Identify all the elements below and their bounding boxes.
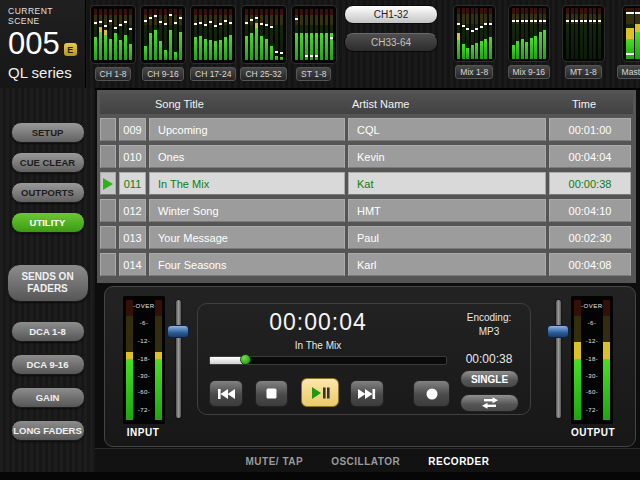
- input-level-meter: -OVER--6--12--18--30--60--72-: [123, 296, 165, 424]
- meter-group-label[interactable]: ST 1-8: [296, 67, 331, 81]
- song-title-cell[interactable]: Upcoming: [149, 118, 345, 141]
- meter-scale-tick: -30-: [133, 373, 155, 379]
- meter-group-label[interactable]: CH 25-32: [240, 67, 286, 81]
- artist-name-cell[interactable]: HMT: [348, 199, 546, 222]
- sidebar-button-setup[interactable]: SETUP: [11, 122, 85, 143]
- tab-recorder[interactable]: RECORDER: [428, 456, 489, 467]
- meter-peak-hold: [484, 23, 487, 25]
- sidebar-button-sends-on-faders[interactable]: SENDS ON FADERS: [7, 264, 89, 302]
- current-scene-box[interactable]: CURRENT SCENE 005 E QL series: [0, 0, 86, 88]
- bank-button-ch33-64[interactable]: CH33-64: [344, 33, 438, 52]
- meter-green-fill: [574, 359, 581, 420]
- meter-group-display: [562, 5, 605, 62]
- meter-group-label[interactable]: Mix 9-16: [508, 65, 551, 79]
- meter-scale-tick: -12-: [133, 338, 155, 344]
- output-slider-knob[interactable]: [547, 325, 569, 338]
- meter-bar: [174, 9, 177, 60]
- repeat-mode-button[interactable]: [460, 394, 519, 412]
- meter-group-label[interactable]: Mix 1-8: [455, 65, 493, 79]
- stop-button[interactable]: [255, 380, 288, 407]
- meter-group-ch-17-24: CH 17-24: [190, 5, 236, 81]
- meter-group-label[interactable]: CH 9-16: [142, 67, 184, 81]
- meter-peak-hold: [475, 28, 478, 30]
- meter-bar: [320, 9, 323, 60]
- artist-name-cell[interactable]: Paul: [348, 226, 546, 249]
- song-row[interactable]: 010OnesKevin00:04:04: [100, 145, 633, 168]
- meter-bar: [169, 9, 172, 60]
- song-title-cell[interactable]: In The Mix: [149, 172, 345, 195]
- input-meter-caption: INPUT: [107, 427, 179, 438]
- input-level-slider[interactable]: [167, 300, 189, 418]
- sidebar-button-utility[interactable]: UTILITY: [11, 212, 85, 233]
- meter-bar: [129, 9, 132, 60]
- output-level-meter: -OVER--6--12--18--30--60--72-: [571, 296, 613, 424]
- single-mode-button[interactable]: SINGLE: [460, 370, 519, 388]
- artist-name-cell[interactable]: Kevin: [348, 145, 546, 168]
- song-row[interactable]: 014Four SeasonsKarl00:04:08: [100, 253, 633, 276]
- sidebar-button-dca-1-8[interactable]: DCA 1-8: [11, 321, 85, 342]
- song-row[interactable]: 012Winter SongHMT00:04:10: [100, 199, 633, 222]
- current-song-name: In The Mix: [198, 340, 438, 351]
- meter-peak-hold: [534, 20, 537, 22]
- next-track-button[interactable]: [350, 380, 384, 407]
- tab-mute-tap[interactable]: MUTE/ TAP: [246, 456, 304, 467]
- sidebar-button-outports[interactable]: OUTPORTS: [11, 182, 85, 203]
- song-title-cell[interactable]: Four Seasons: [149, 253, 345, 276]
- song-title-cell[interactable]: Winter Song: [149, 199, 345, 222]
- sidebar-button-long-faders[interactable]: LONG FADERS: [11, 420, 85, 441]
- meter-group-label[interactable]: Master: [617, 65, 640, 79]
- meter-bar: [164, 9, 167, 60]
- meter-bar: [126, 300, 133, 420]
- meter-bar: [626, 8, 634, 59]
- meter-scale-tick: -18-: [133, 356, 155, 362]
- previous-track-button[interactable]: [209, 380, 243, 407]
- meter-groups-right: Mix 1-8Mix 9-16MT 1-8Master: [453, 5, 640, 79]
- song-row[interactable]: 013Your MessagePaul00:02:30: [100, 226, 633, 249]
- song-time-cell: 00:00:38: [549, 172, 631, 195]
- meter-green-fill: [462, 44, 465, 59]
- progress-knob[interactable]: [240, 354, 251, 365]
- song-title-cell[interactable]: Ones: [149, 145, 345, 168]
- input-slider-knob[interactable]: [167, 325, 189, 338]
- meter-group-label[interactable]: MT 1-8: [565, 65, 602, 79]
- song-list-table: Song Title Artist Name Time 009UpcomingC…: [97, 90, 636, 283]
- meter-group-label[interactable]: CH 17-24: [190, 67, 236, 81]
- meter-green-fill: [543, 30, 546, 59]
- meter-green-fill: [626, 39, 634, 59]
- meter-bar: [310, 9, 313, 60]
- play-pause-button[interactable]: [301, 378, 339, 407]
- tab-oscillator[interactable]: OSCILLATOR: [331, 456, 400, 467]
- artist-name-cell[interactable]: Kat: [348, 172, 546, 195]
- record-button[interactable]: [413, 380, 450, 407]
- sidebar-button-cue-clear[interactable]: CUE CLEAR: [11, 152, 85, 173]
- sidebar-button-dca-9-16[interactable]: DCA 9-16: [11, 354, 85, 375]
- meter-bar: [154, 9, 157, 60]
- meter-green-fill: [512, 45, 515, 59]
- meter-bar: [270, 9, 273, 60]
- meter-bank-buttons: CH1-32CH33-64: [344, 5, 438, 61]
- song-row[interactable]: 009UpcomingCQL00:01:00: [100, 118, 633, 141]
- meter-green-fill: [530, 38, 533, 59]
- bank-button-ch1-32[interactable]: CH1-32: [344, 5, 438, 24]
- output-level-slider[interactable]: [547, 300, 569, 418]
- song-progress-bar[interactable]: [209, 356, 447, 365]
- meter-bar: [489, 8, 492, 59]
- meter-bar: [466, 8, 469, 59]
- meter-peak-hold: [521, 20, 524, 22]
- artist-name-cell[interactable]: Karl: [348, 253, 546, 276]
- meter-bar: [325, 9, 328, 60]
- meter-green-fill: [219, 40, 222, 60]
- meter-yellow-fill: [255, 23, 258, 28]
- meter-peak-hold: [174, 22, 177, 24]
- meter-bar: [571, 8, 574, 59]
- song-total-time: 00:00:38: [446, 352, 532, 366]
- song-title-cell[interactable]: Your Message: [149, 226, 345, 249]
- artist-name-cell[interactable]: CQL: [348, 118, 546, 141]
- meter-yellow-fill: [626, 28, 634, 38]
- song-row[interactable]: 011In The MixKat00:00:38: [100, 172, 633, 195]
- meter-group-label[interactable]: CH 1-8: [95, 67, 132, 81]
- meter-green-fill: [229, 35, 232, 61]
- meter-green-fill: [169, 30, 172, 60]
- meter-peak-hold: [305, 55, 308, 57]
- sidebar-button-gain[interactable]: GAIN: [11, 387, 85, 408]
